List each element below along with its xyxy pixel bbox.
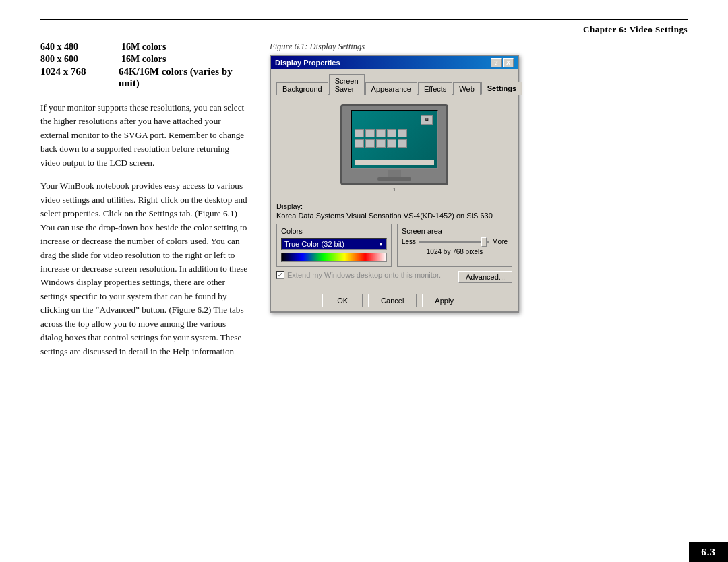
chapter-header: Chapter 6: Video Settings (0, 20, 728, 35)
res-row-1: 640 x 480 16M colors (40, 42, 249, 53)
monitor-stand (388, 170, 401, 177)
dialog-title: Display Properties (275, 59, 340, 67)
res-1-color: 16M colors (121, 42, 166, 53)
chapter-header-text: Chapter 6: Video Settings (583, 24, 688, 34)
screen-area-group: Screen area Less More 1024 by 768 pixels (397, 224, 512, 267)
colors-dropdown[interactable]: True Color (32 bit) ▼ (281, 238, 387, 250)
slider-thumb (481, 237, 487, 247)
display-info: Display: Korea Data Systems Visual Sensa… (276, 202, 512, 220)
page-container: Chapter 6: Video Settings 640 x 480 16M … (0, 0, 728, 562)
slider-more-label: More (492, 238, 508, 245)
resolution-slider[interactable] (419, 241, 489, 243)
tabs-row: Background Screen Saver Appearance Effec… (276, 73, 512, 95)
dialog-close-button[interactable]: X (503, 58, 514, 67)
main-content: 640 x 480 16M colors 800 x 600 16M color… (0, 35, 728, 542)
screen-icon-10 (387, 139, 396, 148)
screen-icons-row-1 (355, 129, 434, 137)
extend-desktop-checkbox[interactable]: ✓ (276, 271, 284, 279)
monitor-base (377, 177, 411, 181)
monitor-preview: 🖥 (276, 99, 512, 198)
pixels-label: 1024 by 768 pixels (402, 248, 508, 255)
screen-icon-5 (387, 129, 396, 137)
color-bar (281, 253, 387, 262)
dialog-titlebar: Display Properties ? X (271, 56, 518, 69)
dialog-help-button[interactable]: ? (491, 58, 502, 67)
slider-less-label: Less (402, 238, 416, 245)
page-number: 6.3 (689, 542, 728, 562)
body-text-2: Your WinBook notebook provides easy acce… (40, 179, 249, 358)
res-row-3: 1024 x 768 64K/16M colors (varies by uni… (40, 66, 249, 89)
extend-desktop-label: Extend my Windows desktop onto this moni… (287, 271, 441, 279)
slider-row: Less More (402, 238, 508, 245)
colors-legend: Colors (281, 227, 387, 235)
screen-icon-1: 🖥 (421, 115, 433, 125)
screen-icon-3 (365, 129, 375, 137)
monitor-stand-assembly (377, 169, 411, 181)
colors-dropdown-value: True Color (32 bit) (284, 240, 344, 248)
screen-content: 🖥 (352, 111, 437, 168)
screen-icon-7 (355, 139, 364, 148)
dropdown-arrow-icon: ▼ (378, 241, 384, 247)
tab-web[interactable]: Web (453, 82, 480, 95)
dialog-controls: ? X (491, 58, 514, 67)
extend-desktop-row: ✓ Extend my Windows desktop onto this mo… (276, 271, 441, 279)
body-text-1: If your monitor supports these resolutio… (40, 101, 249, 170)
display-properties-dialog: Display Properties ? X Background Screen… (270, 55, 519, 313)
res-3-color: 64K/16M colors (varies by unit) (119, 66, 249, 89)
colors-group: Colors True Color (32 bit) ▼ (276, 224, 392, 267)
cancel-button[interactable]: Cancel (368, 294, 417, 307)
checkbox-advanced-row: ✓ Extend my Windows desktop onto this mo… (276, 271, 512, 283)
tab-screensaver[interactable]: Screen Saver (329, 74, 365, 95)
screen-icons-row-2 (355, 139, 434, 148)
right-column: Figure 6.1: Display Settings Display Pro… (270, 42, 688, 542)
screen-icon-2 (355, 129, 364, 137)
monitor-assembly: 🖥 (340, 104, 448, 193)
ok-button[interactable]: OK (322, 294, 363, 307)
res-3-res: 1024 x 768 (40, 66, 98, 89)
display-value: Korea Data Systems Visual Sensation VS-4… (276, 212, 512, 220)
monitor-outer: 🖥 (340, 104, 448, 185)
bottom-section: 6.3 (0, 542, 728, 562)
tab-settings[interactable]: Settings (481, 82, 522, 95)
left-column: 640 x 480 16M colors 800 x 600 16M color… (40, 42, 249, 542)
screen-area-legend: Screen area (402, 227, 508, 235)
screen-taskbar (355, 160, 434, 165)
monitor-screen: 🖥 (351, 110, 438, 169)
screen-icon-9 (376, 139, 386, 148)
res-row-2: 800 x 600 16M colors (40, 54, 249, 65)
dialog-footer: OK Cancel Apply (271, 291, 518, 311)
tab-appearance[interactable]: Appearance (365, 82, 417, 95)
screen-icon-8 (365, 139, 375, 148)
apply-button[interactable]: Apply (422, 294, 466, 307)
advanced-button[interactable]: Advanced... (458, 271, 512, 283)
monitor-number: 1 (393, 187, 396, 193)
tab-background[interactable]: Background (276, 82, 328, 95)
res-1-res: 640 x 480 (40, 42, 101, 53)
tab-effects[interactable]: Effects (418, 82, 452, 95)
display-label: Display: (276, 202, 512, 210)
screen-icon-4 (376, 129, 386, 137)
screen-icon-6 (398, 129, 407, 137)
figure-caption: Figure 6.1: Display Settings (270, 42, 688, 52)
settings-row: Colors True Color (32 bit) ▼ Screen area (276, 224, 512, 267)
resolution-table: 640 x 480 16M colors 800 x 600 16M color… (40, 42, 249, 89)
screen-icon-11 (398, 139, 407, 148)
page-footer: 6.3 (0, 542, 728, 562)
dialog-body: Background Screen Saver Appearance Effec… (271, 69, 518, 291)
res-2-color: 16M colors (121, 54, 166, 65)
res-2-res: 800 x 600 (40, 54, 101, 65)
